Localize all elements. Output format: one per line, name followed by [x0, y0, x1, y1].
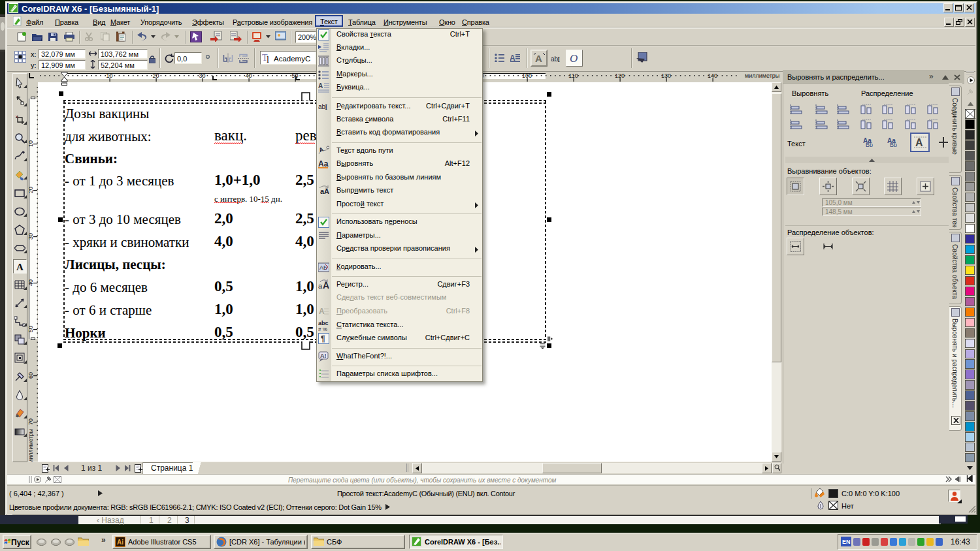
svg-text:a: a: [318, 282, 323, 290]
svg-text:A: A: [510, 54, 515, 62]
svg-text:Aa: Aa: [318, 159, 329, 168]
svg-text:A: A: [318, 82, 323, 89]
svg-text:Ai: Ai: [117, 539, 123, 546]
svg-text:A: A: [319, 307, 325, 316]
svg-text:l: l: [267, 55, 269, 63]
svg-text:Bb: Bb: [890, 142, 897, 147]
svg-text:A: A: [535, 53, 542, 63]
svg-text:A: A: [318, 146, 325, 153]
svg-text:40: 40: [27, 279, 34, 286]
svg-text:¶: ¶: [321, 334, 325, 343]
svg-text:abc: abc: [318, 320, 329, 326]
svg-text:I: I: [325, 102, 327, 112]
svg-text:O: O: [570, 52, 578, 64]
svg-text:60: 60: [27, 372, 34, 379]
svg-text:A: A: [915, 137, 923, 148]
svg-text:70: 70: [27, 418, 34, 425]
svg-text:50: 50: [27, 326, 34, 332]
svg-text:# %: # %: [318, 326, 327, 331]
svg-text:A!: A!: [320, 353, 327, 359]
svg-text:aA: aA: [320, 187, 329, 195]
svg-text:30: 30: [27, 233, 34, 240]
svg-text:I: I: [557, 55, 560, 63]
svg-text:A: A: [16, 262, 24, 272]
svg-text:20: 20: [27, 187, 34, 193]
svg-text:10: 10: [27, 140, 34, 147]
svg-text:Bb: Bb: [866, 142, 873, 147]
